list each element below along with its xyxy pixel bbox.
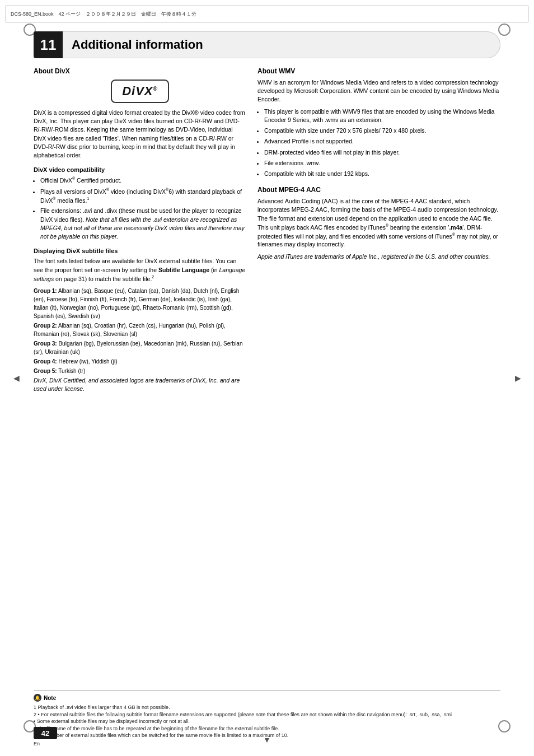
list-item: This player is compatible with WMV9 file… bbox=[264, 108, 500, 124]
left-arrow-icon: ◀ bbox=[11, 373, 21, 383]
wmv-features-list: This player is compatible with WMV9 file… bbox=[264, 108, 500, 179]
divx-logo-text: DiVX® bbox=[122, 84, 158, 98]
note-item: 2 • For external subtitle files the foll… bbox=[34, 711, 500, 718]
list-item: Official DivX® Certified product. bbox=[40, 176, 246, 185]
language-group: Group 4: Hebrew (iw), Yiddish (ji) bbox=[34, 357, 246, 366]
page-lang: En bbox=[34, 741, 40, 746]
left-column: About DivX DiVX® DivX is a compressed di… bbox=[34, 67, 246, 711]
about-wmv-title: About WMV bbox=[257, 67, 500, 75]
right-arrow-icon: ▶ bbox=[513, 373, 523, 383]
about-mpeg-title: About MPEG-4 AAC bbox=[257, 186, 500, 194]
divx-compat-title: DivX video compatibility bbox=[34, 166, 246, 173]
chapter-number: 11 bbox=[34, 31, 63, 58]
language-group: Group 2: Albanian (sq), Croatian (hr), C… bbox=[34, 321, 246, 338]
content-area: About DivX DiVX® DivX is a compressed di… bbox=[34, 67, 500, 711]
list-item: Compatible with bit rate under 192 kbps. bbox=[264, 170, 500, 178]
divx-trademark: DivX, DivX Certified, and associated log… bbox=[34, 376, 246, 393]
note-item: • Some external subtitle files may be di… bbox=[34, 718, 500, 725]
apple-trademark: Apple and iTunes are trademarks of Apple… bbox=[257, 253, 500, 261]
subtitle-intro-text: The font sets listed below are available… bbox=[34, 257, 246, 283]
note-icon: 🔔 bbox=[34, 694, 41, 702]
note-header: 🔔 Note bbox=[34, 694, 500, 702]
divx-compat-list: Official DivX® Certified product. Plays … bbox=[40, 176, 246, 241]
list-item: Advanced Profile is not supported. bbox=[264, 137, 500, 146]
divx-logo: DiVX® bbox=[111, 80, 169, 103]
top-strip-text: DCS-580_EN.book 42 ページ ２００８年２月２９日 金曜日 午後… bbox=[11, 11, 196, 18]
note-item: • The number of external subtitle files … bbox=[34, 732, 500, 739]
top-strip: DCS-580_EN.book 42 ページ ２００８年２月２９日 金曜日 午後… bbox=[6, 6, 528, 22]
chapter-title: Additional information bbox=[63, 31, 500, 58]
wmv-intro-text: WMV is an acronym for Windows Media Vide… bbox=[257, 78, 500, 104]
page-number: 42 bbox=[34, 727, 57, 739]
list-item: File extensions .wmv. bbox=[264, 159, 500, 167]
about-divx-title: About DivX bbox=[34, 67, 246, 75]
note-item: • The filename of the movie file has to … bbox=[34, 725, 500, 732]
divx-intro-text: DivX is a compressed digital video forma… bbox=[34, 109, 246, 160]
language-group: Group 3: Bulgarian (bg), Byelorussian (b… bbox=[34, 339, 246, 356]
subtitle-files-title: Displaying DivX subtitle files bbox=[34, 248, 246, 254]
note-section: 🔔 Note 1 Playback of .avi video files la… bbox=[34, 690, 500, 739]
list-item: Plays all versions of DivX® video (inclu… bbox=[40, 187, 246, 204]
language-group: Group 5: Turkish (tr) bbox=[34, 367, 246, 375]
note-item: 1 Playback of .avi video files larger th… bbox=[34, 704, 500, 711]
language-group: Group 1: Albanian (sq), Basque (eu), Cat… bbox=[34, 287, 246, 320]
language-groups: Group 1: Albanian (sq), Basque (eu), Cat… bbox=[34, 287, 246, 375]
divx-logo-container: DiVX® bbox=[34, 80, 246, 103]
chapter-header: 11 Additional information bbox=[34, 31, 500, 59]
right-column: About WMV WMV is an acronym for Windows … bbox=[257, 67, 500, 711]
list-item: DRM-protected video files will not play … bbox=[264, 148, 500, 157]
note-text-container: 1 Playback of .avi video files larger th… bbox=[34, 704, 500, 739]
list-item: Compatible with size under 720 x 576 pix… bbox=[264, 127, 500, 135]
note-label: Note bbox=[44, 695, 56, 701]
mpeg-intro-text: Advanced Audio Coding (AAC) is at the co… bbox=[257, 197, 500, 249]
list-item: File extensions: .avi and .divx (these m… bbox=[40, 207, 246, 241]
